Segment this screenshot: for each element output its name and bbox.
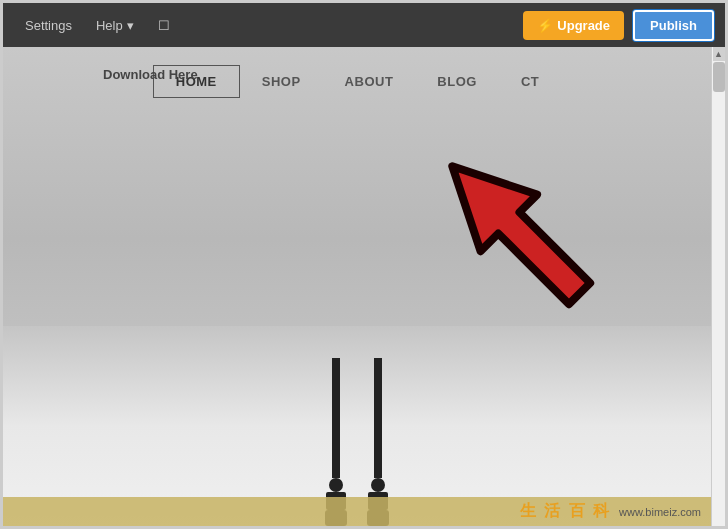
app-frame: Settings Help ▾ ☐ ⚡ Upgrade Publish ▲ — [0, 0, 728, 529]
scroll-thumb[interactable] — [713, 62, 725, 92]
candle-stick — [374, 358, 382, 478]
candle-stick — [332, 358, 340, 478]
nav-shop[interactable]: SHOP — [240, 66, 323, 97]
nav-about[interactable]: ABOUT — [323, 66, 416, 97]
device-toggle[interactable]: ☐ — [146, 12, 182, 39]
help-label: Help — [96, 18, 123, 33]
publish-button[interactable]: Publish — [632, 9, 715, 42]
lightning-icon: ⚡ — [537, 18, 553, 33]
toolbar: Settings Help ▾ ☐ ⚡ Upgrade Publish — [3, 3, 725, 47]
website-preview: HOME SHOP ABOUT BLOG CT Download Here — [3, 47, 711, 526]
content-area: HOME SHOP ABOUT BLOG CT Download Here — [3, 47, 711, 526]
candle-mid — [371, 478, 385, 492]
upgrade-label: Upgrade — [557, 18, 610, 33]
toolbar-left: Settings Help ▾ ☐ — [13, 12, 523, 39]
settings-label: Settings — [25, 18, 72, 33]
nav-ct[interactable]: CT — [499, 66, 561, 97]
publish-label: Publish — [650, 18, 697, 33]
scroll-up-arrow[interactable]: ▲ — [713, 47, 725, 61]
help-chevron-icon: ▾ — [127, 18, 134, 33]
nav-blog[interactable]: BLOG — [415, 66, 499, 97]
svg-marker-0 — [424, 138, 608, 322]
device-icon: ☐ — [158, 18, 170, 33]
watermark-bar: 生 活 百 科 www.bimeiz.com — [3, 497, 711, 526]
download-here-text: Download Here — [103, 67, 198, 82]
watermark-url: www.bimeiz.com — [619, 506, 701, 518]
upgrade-button[interactable]: ⚡ Upgrade — [523, 11, 624, 40]
toolbar-right: ⚡ Upgrade Publish — [523, 9, 715, 42]
settings-menu[interactable]: Settings — [13, 12, 84, 39]
scrollbar[interactable]: ▲ — [711, 47, 725, 526]
watermark-cn-chars: 生 活 百 科 — [520, 501, 611, 522]
preview-lower — [3, 326, 711, 526]
help-menu[interactable]: Help ▾ — [84, 12, 146, 39]
candle-mid — [329, 478, 343, 492]
